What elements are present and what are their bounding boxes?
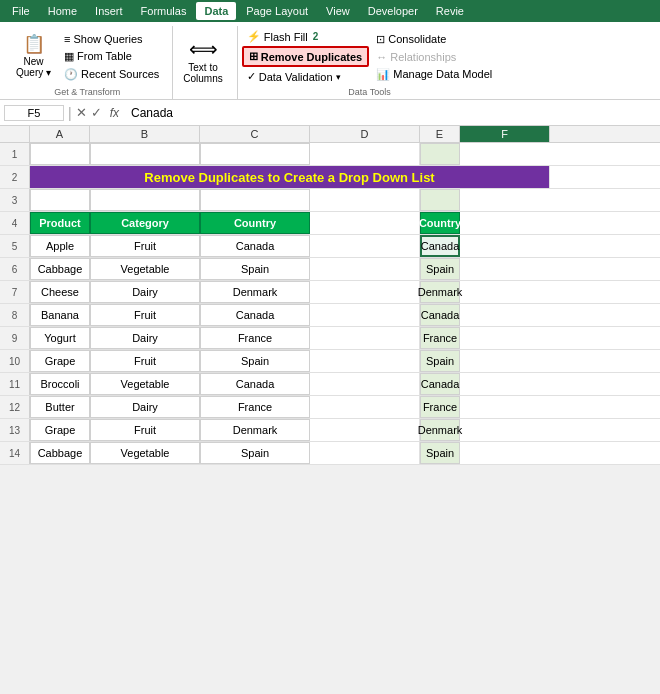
data-cell[interactable]: Vegetable bbox=[90, 258, 200, 280]
col-header-B[interactable]: B bbox=[90, 126, 200, 142]
data-cell[interactable]: Dairy bbox=[90, 396, 200, 418]
f-data-cell[interactable]: Spain bbox=[420, 350, 460, 372]
data-cell[interactable] bbox=[90, 189, 200, 211]
data-cell[interactable]: Broccoli bbox=[30, 373, 90, 395]
f-header-cell[interactable]: Country bbox=[420, 212, 460, 234]
row-number: 11 bbox=[0, 373, 30, 395]
f-data-cell[interactable]: France bbox=[420, 396, 460, 418]
flash-fill-button[interactable]: ⚡ Flash Fill 2 bbox=[242, 28, 369, 45]
formula-input[interactable] bbox=[127, 105, 656, 121]
data-cell[interactable]: Yogurt bbox=[30, 327, 90, 349]
col-header-C[interactable]: C bbox=[200, 126, 310, 142]
data-cell[interactable]: Fruit bbox=[90, 304, 200, 326]
ribbon-group-get-transform: 📋 NewQuery ▾ ≡ Show Queries ▦ From Table… bbox=[6, 26, 173, 99]
data-cell[interactable]: Vegetable bbox=[90, 442, 200, 464]
tab-file[interactable]: File bbox=[4, 2, 38, 20]
data-cell[interactable]: Fruit bbox=[90, 419, 200, 441]
show-queries-icon: ≡ bbox=[64, 33, 70, 45]
data-cell[interactable]: Apple bbox=[30, 235, 90, 257]
f-data-cell[interactable] bbox=[420, 143, 460, 165]
data-cell[interactable]: Fruit bbox=[90, 235, 200, 257]
data-cell[interactable]: Denmark bbox=[200, 419, 310, 441]
remove-duplicates-button[interactable]: ⊞ Remove Duplicates bbox=[242, 46, 369, 67]
consolidate-button[interactable]: ⊡ Consolidate bbox=[371, 31, 497, 48]
tab-view[interactable]: View bbox=[318, 2, 358, 20]
data-cell[interactable]: Vegetable bbox=[90, 373, 200, 395]
data-cell[interactable]: Banana bbox=[30, 304, 90, 326]
header-cell[interactable]: Product bbox=[30, 212, 90, 234]
data-cell[interactable]: Spain bbox=[200, 258, 310, 280]
table-row: 13GrapeFruitDenmarkDenmark bbox=[0, 419, 660, 442]
show-queries-label: Show Queries bbox=[73, 33, 142, 45]
row-number: 5 bbox=[0, 235, 30, 257]
header-cell[interactable]: Country bbox=[200, 212, 310, 234]
data-cell[interactable]: Canada bbox=[200, 304, 310, 326]
formula-confirm-icon[interactable]: ✓ bbox=[91, 105, 102, 120]
col-header-E[interactable]: E bbox=[420, 126, 460, 142]
manage-data-model-button[interactable]: 📊 Manage Data Model bbox=[371, 66, 497, 83]
data-cell[interactable]: Grape bbox=[30, 350, 90, 372]
f-data-cell[interactable]: Canada bbox=[420, 235, 460, 257]
data-cell[interactable] bbox=[30, 189, 90, 211]
col-header-D[interactable]: D bbox=[310, 126, 420, 142]
cell-reference-input[interactable] bbox=[4, 105, 64, 121]
f-data-cell[interactable]: Spain bbox=[420, 258, 460, 280]
f-data-cell[interactable]: France bbox=[420, 327, 460, 349]
manage-data-model-icon: 📊 bbox=[376, 68, 390, 81]
data-cell[interactable]: Spain bbox=[200, 442, 310, 464]
from-table-button[interactable]: ▦ From Table bbox=[59, 48, 164, 65]
tab-page-layout[interactable]: Page Layout bbox=[238, 2, 316, 20]
text-to-columns-button[interactable]: ⟺ Text toColumns bbox=[177, 35, 228, 88]
row-number: 12 bbox=[0, 396, 30, 418]
data-cell[interactable] bbox=[30, 143, 90, 165]
data-cell[interactable]: France bbox=[200, 327, 310, 349]
data-cell[interactable] bbox=[90, 143, 200, 165]
empty-cell bbox=[310, 373, 420, 395]
data-cell[interactable]: Spain bbox=[200, 350, 310, 372]
col-header-A[interactable]: A bbox=[30, 126, 90, 142]
table-row: 3 bbox=[0, 189, 660, 212]
data-cell[interactable]: Cabbage bbox=[30, 258, 90, 280]
tab-developer[interactable]: Developer bbox=[360, 2, 426, 20]
data-cell[interactable]: Grape bbox=[30, 419, 90, 441]
data-cell[interactable]: Dairy bbox=[90, 281, 200, 303]
data-cell[interactable]: Butter bbox=[30, 396, 90, 418]
show-queries-button[interactable]: ≡ Show Queries bbox=[59, 31, 164, 47]
data-cell[interactable]: Cabbage bbox=[30, 442, 90, 464]
empty-cell bbox=[310, 258, 420, 280]
f-data-cell[interactable]: Spain bbox=[420, 442, 460, 464]
recent-sources-button[interactable]: 🕐 Recent Sources bbox=[59, 66, 164, 83]
data-cell[interactable]: Canada bbox=[200, 235, 310, 257]
tab-data[interactable]: Data bbox=[196, 2, 236, 20]
tab-formulas[interactable]: Formulas bbox=[133, 2, 195, 20]
data-cell[interactable] bbox=[200, 189, 310, 211]
data-cell[interactable]: Cheese bbox=[30, 281, 90, 303]
relationships-button[interactable]: ↔ Relationships bbox=[371, 49, 497, 65]
data-cell[interactable]: Fruit bbox=[90, 350, 200, 372]
row-number: 8 bbox=[0, 304, 30, 326]
data-cell[interactable]: Dairy bbox=[90, 327, 200, 349]
col-header-rownum[interactable] bbox=[0, 126, 30, 142]
data-cell[interactable]: Denmark bbox=[200, 281, 310, 303]
tab-insert[interactable]: Insert bbox=[87, 2, 131, 20]
new-query-button[interactable]: 📋 NewQuery ▾ bbox=[10, 31, 57, 82]
formula-cancel-icon[interactable]: ✕ bbox=[76, 105, 87, 120]
data-validation-button[interactable]: ✓ Data Validation ▾ bbox=[242, 68, 369, 85]
data-cell[interactable] bbox=[200, 143, 310, 165]
f-data-cell[interactable]: Canada bbox=[420, 304, 460, 326]
table-row: 2Remove Duplicates to Create a Drop Down… bbox=[0, 166, 660, 189]
f-data-cell[interactable]: Canada bbox=[420, 373, 460, 395]
empty-cell bbox=[310, 281, 420, 303]
data-cell[interactable]: Canada bbox=[200, 373, 310, 395]
flash-fill-label: Flash Fill bbox=[264, 31, 308, 43]
f-data-cell[interactable] bbox=[420, 189, 460, 211]
tab-review[interactable]: Revie bbox=[428, 2, 472, 20]
header-cell[interactable]: Category bbox=[90, 212, 200, 234]
data-cell[interactable]: France bbox=[200, 396, 310, 418]
text-to-columns-label: Text toColumns bbox=[183, 62, 222, 84]
f-data-cell[interactable]: Denmark bbox=[420, 281, 460, 303]
tab-home[interactable]: Home bbox=[40, 2, 85, 20]
f-data-cell[interactable]: Denmark bbox=[420, 419, 460, 441]
col-header-F[interactable]: F bbox=[460, 126, 550, 142]
empty-cell bbox=[310, 189, 420, 211]
